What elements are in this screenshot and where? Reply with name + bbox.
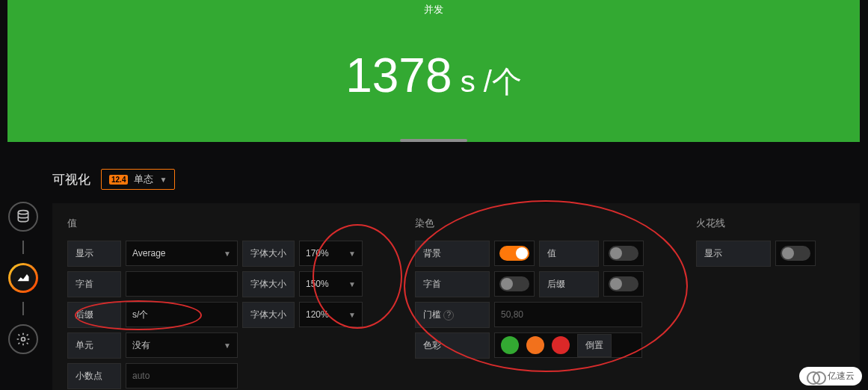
panel-editor: 可视化 12.4 单态 ▼ 值 显示 Average▼ 字体大小 170%▼ 字… bbox=[52, 169, 860, 390]
decimals-input[interactable]: auto bbox=[126, 363, 238, 389]
thresholds-input[interactable]: 50,80 bbox=[494, 302, 642, 327]
postfix-color-label: 后缀 bbox=[539, 271, 599, 297]
prefix-input[interactable] bbox=[126, 271, 238, 297]
cloud-icon bbox=[807, 371, 823, 382]
visualization-badge: 12.4 bbox=[109, 175, 128, 185]
watermark: 亿速云 bbox=[799, 367, 862, 386]
fontsize-label: 字体大小 bbox=[242, 302, 295, 328]
fontsize-value-select[interactable]: 170%▼ bbox=[299, 241, 363, 266]
chevron-down-icon: ▼ bbox=[348, 280, 356, 288]
svg-point-1 bbox=[22, 338, 25, 341]
queries-tab-icon[interactable] bbox=[8, 202, 38, 232]
coloring-section-title: 染色 bbox=[415, 214, 644, 233]
sidebar-divider bbox=[22, 241, 24, 254]
fontsize-postfix-select[interactable]: 120%▼ bbox=[299, 302, 363, 327]
database-icon bbox=[16, 209, 31, 224]
decimals-label: 小数点 bbox=[67, 363, 121, 389]
unit-select[interactable]: 没有▼ bbox=[126, 332, 238, 358]
value-section-title: 值 bbox=[67, 214, 363, 233]
spark-section-title: 火花线 bbox=[696, 214, 816, 233]
chevron-down-icon: ▼ bbox=[224, 250, 231, 258]
color-chip-red[interactable] bbox=[552, 336, 570, 354]
colors-row: 倒置 bbox=[494, 332, 642, 358]
gear-icon bbox=[16, 332, 31, 347]
panel-value: 1378 s /个 bbox=[7, 48, 860, 103]
panel-title: 并发 bbox=[7, 0, 860, 16]
panel-preview: 并发 1378 s /个 bbox=[7, 0, 860, 142]
general-tab-icon[interactable] bbox=[8, 324, 38, 354]
chevron-down-icon: ▼ bbox=[348, 311, 356, 319]
prefix-color-toggle[interactable] bbox=[499, 276, 529, 291]
fontsize-label: 字体大小 bbox=[242, 241, 295, 267]
editor-sidebar bbox=[4, 202, 42, 354]
fontsize-prefix-select[interactable]: 150%▼ bbox=[299, 271, 363, 297]
resize-handle[interactable] bbox=[400, 139, 467, 142]
svg-point-0 bbox=[18, 211, 28, 214]
unit-label: 单元 bbox=[67, 332, 121, 359]
spark-show-toggle[interactable] bbox=[781, 246, 810, 261]
value-unit: s /个 bbox=[452, 65, 522, 98]
help-icon[interactable]: ? bbox=[443, 310, 454, 321]
coloring-section: 染色 背景 值 字首 后缀 门槛 ? 5 bbox=[415, 214, 644, 389]
value-section: 值 显示 Average▼ 字体大小 170%▼ 字首 字体大小 150%▼ 后… bbox=[67, 214, 363, 389]
thresholds-label: 门槛 ? bbox=[415, 302, 490, 328]
show-label: 显示 bbox=[67, 241, 121, 267]
visualization-name: 单态 bbox=[134, 173, 153, 186]
chevron-down-icon: ▼ bbox=[348, 250, 356, 258]
show-select[interactable]: Average▼ bbox=[126, 241, 238, 266]
colors-label: 色彩 bbox=[415, 332, 490, 359]
chevron-down-icon: ▼ bbox=[224, 341, 231, 350]
fontsize-label: 字体大小 bbox=[242, 271, 295, 297]
options-panel: 值 显示 Average▼ 字体大小 170%▼ 字首 字体大小 150%▼ 后… bbox=[52, 203, 860, 390]
spark-show-label: 显示 bbox=[696, 241, 771, 267]
spark-section: 火花线 显示 bbox=[696, 214, 816, 389]
value-number: 1378 bbox=[345, 49, 452, 102]
postfix-label: 后缀 bbox=[67, 302, 121, 328]
visualization-tab-icon[interactable] bbox=[8, 263, 38, 293]
prefix-color-label: 字首 bbox=[415, 271, 490, 297]
sidebar-divider bbox=[22, 302, 24, 315]
color-chip-orange[interactable] bbox=[526, 336, 544, 354]
editor-header: 可视化 12.4 单态 ▼ bbox=[52, 169, 860, 203]
chevron-down-icon: ▼ bbox=[159, 176, 167, 184]
visualization-picker[interactable]: 12.4 单态 ▼ bbox=[101, 169, 175, 190]
prefix-label: 字首 bbox=[67, 271, 121, 297]
chart-area-icon bbox=[16, 270, 31, 285]
value-color-label: 值 bbox=[539, 241, 599, 267]
background-label: 背景 bbox=[415, 241, 490, 267]
visualization-section-label: 可视化 bbox=[52, 171, 90, 188]
value-color-toggle[interactable] bbox=[609, 246, 638, 261]
invert-colors-button[interactable]: 倒置 bbox=[577, 334, 612, 357]
postfix-input[interactable]: s/个 bbox=[126, 302, 238, 327]
watermark-text: 亿速云 bbox=[828, 370, 855, 383]
color-chip-green[interactable] bbox=[501, 336, 519, 354]
background-toggle[interactable] bbox=[499, 246, 529, 261]
postfix-color-toggle[interactable] bbox=[609, 276, 638, 291]
